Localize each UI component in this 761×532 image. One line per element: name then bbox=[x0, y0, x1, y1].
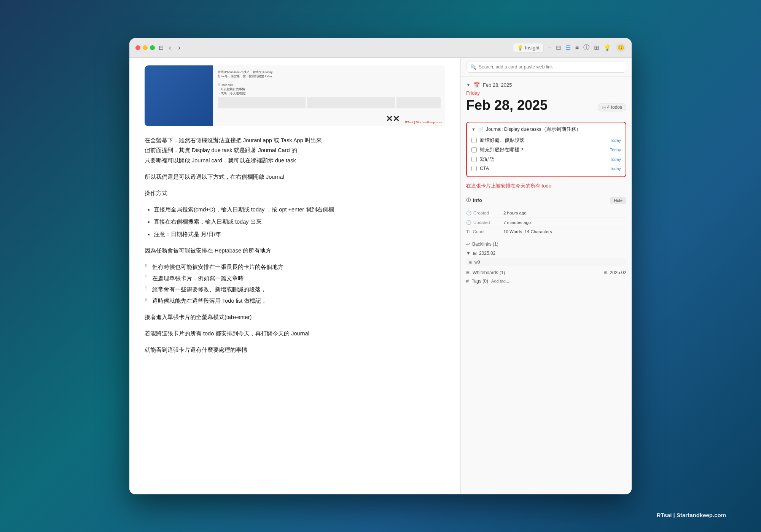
db-header[interactable]: ▼ ⊞ 2025.02 bbox=[466, 251, 626, 256]
preview-inner: 當用 iPhone/mac 小技巧，變成文字 today 打 to 再一個空格，… bbox=[213, 65, 445, 126]
sidebar-icon[interactable]: ⊟ bbox=[556, 44, 561, 51]
info-label: Info bbox=[473, 197, 482, 203]
info-section: ⓘ Info Hide 🕐 Created 2 hours ago bbox=[466, 197, 626, 236]
maximize-button[interactable] bbox=[150, 45, 155, 50]
todos-badge[interactable]: ◎ 4 todos bbox=[598, 103, 626, 111]
db-icon: ⊞ bbox=[473, 251, 477, 256]
hide-button[interactable]: Hide bbox=[610, 197, 626, 204]
user-avatar[interactable]: 🙂 bbox=[616, 43, 626, 52]
preview-watermark: RTsai | Startandkeep.com bbox=[405, 121, 442, 124]
info-header: ⓘ Info Hide bbox=[466, 197, 626, 204]
method-label: 操作方式 bbox=[145, 188, 334, 199]
todo-text-2: 補充到底好在哪裡？ bbox=[480, 147, 524, 153]
annotation-text: 在這張卡片上被安排在今天的所有 todo bbox=[466, 183, 626, 189]
right-toolbar: ⊟ ☰ ≡ ⓘ ⊞ 💡 🙂 bbox=[556, 43, 626, 52]
todo-left-3: 寫結語 bbox=[471, 156, 495, 163]
grid-item-3 bbox=[396, 97, 441, 108]
updated-value: 7 minutes ago bbox=[503, 220, 531, 225]
created-label: 🕐 Created bbox=[466, 210, 500, 216]
drag-line-3: ⠿ 經常會有一些需要修改、新增或刪減的段落， bbox=[145, 284, 334, 295]
xx-logo: ✕✕ bbox=[386, 115, 400, 123]
preview-text: 當用 iPhone/mac 小技巧，變成文字 today 打 to 再一個空格，… bbox=[218, 70, 441, 96]
checkbox-4[interactable] bbox=[471, 166, 477, 171]
created-row: 🕐 Created 2 hours ago bbox=[466, 208, 626, 218]
link-icon: ↩ bbox=[466, 241, 470, 247]
sidebar-toggle-button[interactable]: ⊟ bbox=[159, 44, 164, 51]
drag-line-2: ⠿ 在處理單張卡片，例如寫一篇文章時 bbox=[145, 273, 334, 284]
forward-button[interactable]: › bbox=[177, 43, 182, 52]
todo-left-4: CTA bbox=[471, 166, 489, 171]
todo-item-1: 新增好處、優點段落 Today bbox=[471, 136, 621, 145]
update-clock-icon: 🕐 bbox=[466, 220, 471, 225]
bulb-icon[interactable]: 💡 bbox=[603, 44, 611, 51]
card-icon: ▣ bbox=[468, 260, 472, 265]
updated-label: 🕐 Updated bbox=[466, 220, 500, 225]
whiteboards-label: Whiteboards (1) bbox=[473, 270, 505, 275]
back-button[interactable]: ‹ bbox=[167, 43, 173, 52]
table-icon[interactable]: ⊞ bbox=[594, 44, 599, 51]
journal-file-icon: 📄 bbox=[478, 127, 484, 132]
preview-card: 當用 iPhone/mac 小技巧，變成文字 today 打 to 再一個空格，… bbox=[145, 65, 445, 126]
drag-handle-2[interactable]: ⠿ bbox=[145, 273, 148, 281]
para8: 就能看到這張卡片還有什麼要處理的事情 bbox=[145, 345, 334, 355]
drag-handle-3[interactable]: ⠿ bbox=[145, 284, 148, 292]
watermark-text: RTsai | Startandkeep.com bbox=[657, 512, 726, 518]
whiteboards-row: ⊞ Whiteboards (1) ⊞ 2025.02 bbox=[466, 270, 626, 275]
checkbox-1[interactable] bbox=[471, 138, 477, 143]
checkbox-3[interactable] bbox=[471, 157, 477, 162]
main-content: 當用 iPhone/mac 小技巧，變成文字 today 打 to 再一個空格，… bbox=[129, 58, 632, 494]
updated-row: 🕐 Updated 7 minutes ago bbox=[466, 218, 626, 227]
bullet-3: 注意：日期格式是 月/日/年 bbox=[154, 229, 334, 240]
tag-icon: # bbox=[466, 278, 469, 284]
backlinks-header[interactable]: ↩ Backlinks (1) bbox=[466, 241, 626, 247]
right-panel: 🔍 ▼ 📅 Feb 28, 2025 Friday Feb 28, 2025 bbox=[460, 58, 632, 494]
db-item-text: w9 bbox=[474, 260, 480, 264]
add-tag-input[interactable] bbox=[491, 279, 544, 283]
app-window: ⊟ ‹ › 💡 Insight ··· ⊟ ☰ ≡ ⓘ ⊞ 💡 🙂 bbox=[129, 38, 632, 494]
db-item[interactable]: ▣ w9 bbox=[466, 258, 626, 266]
search-bar: 🔍 bbox=[461, 58, 632, 77]
search-input[interactable] bbox=[479, 64, 622, 70]
menu-icon[interactable]: ≡ bbox=[575, 44, 579, 51]
chevron-right-icon: ▼ bbox=[466, 251, 471, 256]
big-date: Feb 28, 2025 bbox=[466, 97, 548, 113]
todo-left-2: 補充到底好在哪裡？ bbox=[471, 147, 524, 153]
drag-handle-4[interactable]: ⠿ bbox=[145, 296, 148, 303]
chevron-down-icon[interactable]: ▼ bbox=[466, 82, 471, 87]
para5: 因為任務會被可能被安排在 Heptabase 的所有地方 bbox=[145, 246, 334, 256]
grid-item-1 bbox=[218, 97, 306, 108]
insight-button[interactable]: 💡 Insight bbox=[513, 43, 544, 52]
left-panel: 當用 iPhone/mac 小技巧，變成文字 today 打 to 再一個空格，… bbox=[129, 58, 460, 494]
todo-date-1: Today bbox=[610, 138, 621, 143]
date-row: Feb 28, 2025 ◎ 4 todos bbox=[466, 97, 626, 117]
bullet-1: 直接用全局搜索(cmd+O)，輸入日期或 today ，按 opt +enter… bbox=[154, 205, 334, 215]
count-value: 10 Words 14 Characters bbox=[503, 229, 552, 234]
db-section: ▼ ⊞ 2025.02 ▣ w9 bbox=[466, 251, 626, 266]
tags-row: # Tags (0) bbox=[466, 278, 626, 284]
preview-blue-section bbox=[145, 65, 213, 126]
todo-item-2: 補充到底好在哪裡？ Today bbox=[471, 145, 621, 155]
circle-check-icon: ◎ bbox=[602, 105, 606, 110]
para1: 在全螢幕下，雖然右側欄沒辦法直接把 Jouranl app 或 Task App… bbox=[145, 135, 334, 166]
todos-count: 4 todos bbox=[607, 105, 622, 110]
journal-chevron-icon[interactable]: ▼ bbox=[471, 127, 476, 132]
more-button[interactable]: ··· bbox=[548, 44, 552, 51]
panel-icon[interactable]: ☰ bbox=[565, 44, 571, 51]
minimize-button[interactable] bbox=[143, 45, 148, 50]
watermark-bottom: RTsai | Startandkeep.com bbox=[645, 506, 738, 524]
para6: 接著進入單張卡片的全螢幕模式(tab+enter) bbox=[145, 312, 334, 322]
todo-date-3: Today bbox=[610, 157, 621, 162]
drag-handle-1[interactable]: ⠿ bbox=[145, 262, 148, 270]
info-icon[interactable]: ⓘ bbox=[583, 44, 589, 52]
search-wrapper[interactable]: 🔍 bbox=[466, 62, 626, 73]
journal-header: ▼ 📄 Journal: Display due tasks（顯示到期任務） bbox=[471, 126, 621, 133]
whiteboard-icon: ⊞ bbox=[466, 270, 470, 275]
todo-item-3: 寫結語 Today bbox=[471, 155, 621, 164]
checkbox-2[interactable] bbox=[471, 147, 477, 152]
arrow-area: 在全螢幕下，雖然右側欄沒辦法直接把 Jouranl app 或 Task App… bbox=[145, 135, 445, 361]
day-label: Friday bbox=[466, 90, 626, 96]
xx-signature-area: ✕✕ bbox=[386, 115, 400, 123]
para4: 所以我們還是可以透過以下方式，在右側欄開啟 Journal bbox=[145, 172, 334, 182]
close-button[interactable] bbox=[135, 45, 140, 50]
preview-grid bbox=[218, 97, 441, 108]
